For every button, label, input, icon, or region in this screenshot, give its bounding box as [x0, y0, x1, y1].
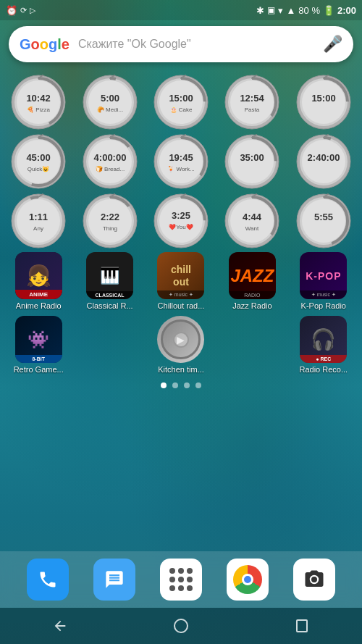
svg-text:🍕 Pizza: 🍕 Pizza [27, 106, 50, 113]
dock-messages[interactable] [93, 559, 135, 601]
timer-item-13[interactable]: 4:44 Want [218, 193, 286, 249]
svg-text:35:00: 35:00 [240, 152, 264, 163]
svg-text:Thing: Thing [103, 225, 117, 232]
svg-text:4:44: 4:44 [243, 212, 262, 222]
radio-recorder-icon: 🎧 ● REC [300, 316, 347, 363]
app-grid-row1: 👧 ANIME Anime Radio 🎹 CLASSICAL Classica… [0, 249, 362, 313]
jazz-radio-label: Jazz Radio [232, 301, 272, 310]
app-item-anime-radio[interactable]: 👧 ANIME Anime Radio [6, 252, 71, 310]
timer-item-14[interactable]: 5:55 [290, 193, 358, 249]
alarm-icon: ⏰ [6, 5, 17, 16]
navigation-bar [0, 608, 362, 644]
anime-radio-label: Anime Radio [16, 301, 62, 310]
apps-dot [178, 577, 184, 582]
timer-item-9[interactable]: 2:40:00 [290, 133, 358, 190]
svg-text:Any: Any [33, 225, 43, 232]
status-bar: ⏰ ⟳ ▷ ✱ ▣ ▾ ▲ 80 % 🔋 2:00 [0, 0, 362, 20]
timer-item-3[interactable]: 12:54 Pasta [218, 74, 286, 130]
svg-text:🍹 Work...: 🍹 Work... [167, 165, 194, 172]
app-item-radio-recorder[interactable]: 🎧 ● REC Radio Reco... [291, 316, 356, 374]
apps-dot [169, 585, 175, 591]
apps-dot [187, 585, 193, 591]
app-item-classical-radio[interactable]: 🎹 CLASSICAL Classical R... [77, 252, 142, 310]
signal-icon: ▲ [286, 5, 295, 16]
dock-apps[interactable] [160, 559, 202, 601]
timer-grid: 10:42 🍕 Pizza 5:00 🥐 Medi... [0, 68, 362, 249]
classical-radio-icon: 🎹 CLASSICAL [86, 252, 133, 299]
timer-item-10[interactable]: 1:11 Any [4, 193, 72, 249]
google-search-bar[interactable]: Google Скажите "Ok Google" 🎤 [9, 26, 353, 62]
timer-item-1[interactable]: 5:00 🥐 Medi... [75, 74, 143, 130]
apps-dot [178, 568, 184, 574]
app-item-retro-games[interactable]: 👾 8-BIT Retro Game... [6, 316, 71, 374]
page-dot-4[interactable] [195, 382, 201, 388]
apps-dot [178, 585, 184, 591]
apps-dot [169, 568, 175, 574]
svg-text:Pasta: Pasta [245, 106, 260, 113]
app-item-chillout-radio[interactable]: chillout ✦ music ✦ Chillout rad... [148, 252, 214, 310]
app-grid-row2: 👾 8-BIT Retro Game... ▶ Kitchen tim... 🎧… [0, 313, 362, 377]
nav-recent-button[interactable] [287, 611, 316, 640]
mic-icon[interactable]: 🎤 [323, 35, 342, 54]
battery-icon: 🔋 [323, 5, 334, 16]
kpop-radio-icon: K-POP ✦ music ✦ [300, 252, 347, 299]
apps-dot [187, 577, 193, 582]
svg-text:15:00: 15:00 [169, 93, 193, 104]
retro-games-icon: 👾 8-BIT [15, 316, 62, 363]
timer-item-8[interactable]: 35:00 [218, 133, 286, 190]
chillout-radio-icon: chillout ✦ music ✦ [157, 252, 204, 299]
apps-dot [169, 577, 175, 582]
time-display: 2:00 [337, 5, 356, 16]
cast-icon: ▷ [30, 6, 35, 15]
battery-sim-icon: ▣ [267, 5, 275, 15]
timer-item-7[interactable]: 19:45 🍹 Work... [147, 133, 215, 190]
empty-slot-1 [77, 316, 124, 374]
timer-item-4[interactable]: 15:00 [290, 74, 358, 130]
page-dot-3[interactable] [184, 382, 190, 388]
page-dot-1[interactable] [161, 382, 167, 388]
status-right-info: ✱ ▣ ▾ ▲ 80 % 🔋 2:00 [256, 5, 356, 16]
nav-home-button[interactable] [167, 611, 195, 640]
dock-phone[interactable] [27, 559, 69, 601]
kpop-radio-label: K-Pop Radio [301, 301, 346, 310]
search-placeholder[interactable]: Скажите "Ok Google" [78, 38, 323, 51]
svg-text:5:55: 5:55 [314, 212, 333, 222]
app-item-kpop-radio[interactable]: K-POP ✦ music ✦ K-Pop Radio [291, 252, 356, 310]
svg-text:4:00:00: 4:00:00 [93, 152, 126, 163]
svg-text:Quick😺: Quick😺 [28, 165, 49, 172]
classical-radio-label: Classical R... [87, 301, 133, 310]
dock-chrome[interactable] [227, 559, 269, 601]
chillout-radio-label: Chillout rad... [158, 301, 205, 310]
svg-text:Want: Want [245, 225, 259, 232]
app-item-jazz-radio[interactable]: JAZZ RADIO Jazz Radio [219, 252, 285, 310]
svg-text:5:00: 5:00 [101, 93, 119, 104]
nav-back-button[interactable] [46, 611, 75, 640]
wifi-icon: ▾ [278, 5, 283, 16]
svg-text:2:40:00: 2:40:00 [307, 152, 340, 163]
svg-text:2:22: 2:22 [101, 212, 119, 222]
sync-icon: ⟳ [20, 6, 27, 15]
chrome-icon [233, 565, 262, 594]
timer-item-2[interactable]: 15:00 🎂 Cake [147, 74, 215, 130]
dock [0, 551, 362, 608]
timer-item-11[interactable]: 2:22 Thing [75, 193, 143, 249]
dock-camera[interactable] [293, 559, 335, 601]
app-item-kitchen-timer[interactable]: ▶ Kitchen tim... [148, 316, 214, 374]
timer-item-0[interactable]: 10:42 🍕 Pizza [4, 74, 72, 130]
page-dot-2[interactable] [172, 382, 178, 388]
svg-text:🎂 Cake: 🎂 Cake [170, 106, 193, 113]
svg-text:3:25: 3:25 [172, 210, 190, 221]
battery-percent: 80 % [298, 5, 320, 16]
timer-item-6[interactable]: 4:00:00 🍞 Bread... [75, 133, 143, 190]
svg-text:1:11: 1:11 [29, 212, 48, 222]
svg-text:19:45: 19:45 [169, 152, 193, 163]
timer-item-12[interactable]: 3:25 ❤️You❤️ [147, 193, 215, 249]
home-circle-icon [174, 619, 188, 633]
svg-text:🥐 Medi...: 🥐 Medi... [96, 106, 122, 113]
anime-radio-icon: 👧 ANIME [15, 252, 62, 299]
bluetooth-icon: ✱ [256, 5, 264, 16]
timer-item-5[interactable]: 45:00 Quick😺 [4, 133, 72, 190]
svg-text:12:54: 12:54 [240, 93, 265, 104]
svg-text:45:00: 45:00 [27, 152, 51, 163]
svg-text:❤️You❤️: ❤️You❤️ [169, 223, 193, 230]
